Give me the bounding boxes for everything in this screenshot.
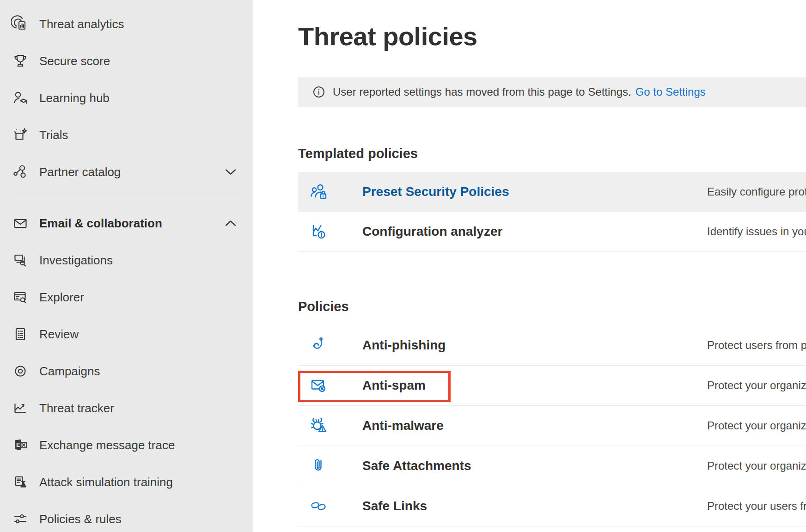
- preset-security-policies-icon: [309, 182, 329, 202]
- row-description: Protect your organiz: [707, 379, 806, 392]
- info-icon: [313, 86, 325, 98]
- attack-simulation-training-icon: [11, 473, 30, 491]
- email-collaboration-icon: [11, 214, 30, 232]
- info-banner: User reported settings has moved from th…: [298, 77, 806, 107]
- page-title: Threat policies: [298, 19, 806, 54]
- sidebar-item-label: Threat analytics: [39, 17, 124, 31]
- sidebar-item-label: Partner catalog: [39, 165, 121, 179]
- sidebar-item-threat-analytics[interactable]: Threat analytics: [0, 6, 253, 43]
- row-label[interactable]: Anti-malware: [362, 418, 444, 433]
- sidebar-item-email-collaboration[interactable]: Email & collaboration: [0, 205, 253, 242]
- threat-analytics-icon: [11, 15, 30, 33]
- sidebar-item-label: Investigations: [39, 253, 113, 268]
- secure-score-icon: [11, 52, 30, 70]
- go-to-settings-link[interactable]: Go to Settings: [635, 86, 706, 98]
- sidebar-item-label: Learning hub: [39, 91, 110, 105]
- sidebar-divider: [9, 199, 239, 199]
- partner-catalog-icon: [11, 163, 30, 181]
- sidebar-item-label: Campaigns: [39, 364, 100, 379]
- row-description: Protect your organiz: [707, 459, 806, 472]
- safe-links-icon: [309, 496, 329, 516]
- learning-hub-icon: [11, 89, 30, 107]
- row-label[interactable]: Safe Links: [362, 499, 427, 514]
- threat-tracker-icon: [11, 399, 30, 417]
- main-content: Threat policies User reported settings h…: [253, 0, 806, 532]
- sidebar-item-campaigns[interactable]: Campaigns: [0, 353, 253, 390]
- sidebar-item-label: Explorer: [39, 290, 84, 305]
- sidebar-item-threat-tracker[interactable]: Threat tracker: [0, 390, 253, 427]
- sidebar: Threat analytics Secure score: [0, 0, 253, 532]
- sidebar-item-partner-catalog[interactable]: Partner catalog: [0, 153, 253, 190]
- row-anti-phishing[interactable]: Anti-phishing Protect users from p: [298, 325, 806, 366]
- explorer-icon: [11, 288, 30, 306]
- sidebar-item-secure-score[interactable]: Secure score: [0, 43, 253, 79]
- sidebar-item-investigations[interactable]: Investigations: [0, 242, 253, 279]
- row-description: Protect your organiz: [707, 419, 806, 432]
- safe-attachments-icon: [309, 456, 329, 476]
- exchange-message-trace-icon: E: [11, 436, 30, 454]
- banner-text: User reported settings has moved from th…: [333, 86, 631, 98]
- sidebar-item-trials[interactable]: Trials: [0, 116, 253, 153]
- sidebar-item-attack-simulation-training[interactable]: Attack simulation training: [0, 464, 253, 501]
- review-icon: [11, 325, 30, 343]
- app-window: Threat analytics Secure score: [0, 0, 806, 532]
- policies-rules-icon: [11, 510, 30, 528]
- sidebar-item-label: Secure score: [39, 54, 110, 68]
- row-configuration-analyzer[interactable]: Configuration analyzer Identify issues i…: [298, 212, 806, 252]
- row-safe-attachments[interactable]: Safe Attachments Protect your organiz: [298, 446, 806, 486]
- row-description: Protect users from p: [707, 339, 806, 352]
- templated-policies-list: Preset Security Policies Easily configur…: [298, 172, 806, 252]
- row-anti-malware[interactable]: Anti-malware Protect your organiz: [298, 406, 806, 446]
- sidebar-item-label: Attack simulation training: [39, 475, 173, 489]
- row-label[interactable]: Anti-spam: [362, 378, 426, 393]
- configuration-analyzer-icon: [309, 221, 329, 242]
- svg-text:E: E: [16, 441, 20, 448]
- sidebar-item-review[interactable]: Review: [0, 316, 253, 353]
- chevron-down-icon[interactable]: [225, 168, 237, 176]
- row-label[interactable]: Anti-phishing: [362, 338, 446, 353]
- anti-phishing-icon: [309, 335, 329, 355]
- row-description: Protect your users fr: [707, 500, 806, 513]
- row-anti-spam[interactable]: Anti-spam Protect your organiz: [298, 366, 806, 406]
- chevron-up-icon[interactable]: [225, 220, 237, 227]
- row-label[interactable]: Safe Attachments: [362, 459, 471, 473]
- sidebar-item-label: Review: [39, 327, 79, 342]
- section-heading-policies: Policies: [298, 299, 806, 314]
- investigations-icon: [11, 251, 30, 269]
- row-safe-links[interactable]: Safe Links Protect your users fr: [298, 486, 806, 526]
- sidebar-item-learning-hub[interactable]: Learning hub: [0, 79, 253, 116]
- row-label[interactable]: Preset Security Policies: [362, 184, 509, 199]
- anti-malware-icon: [309, 416, 329, 436]
- sidebar-item-label: Email & collaboration: [39, 216, 162, 231]
- sidebar-item-label: Threat tracker: [39, 401, 114, 416]
- sidebar-item-label: Policies & rules: [39, 512, 122, 526]
- row-description: Identify issues in you: [707, 225, 806, 238]
- row-preset-security-policies[interactable]: Preset Security Policies Easily configur…: [298, 172, 806, 212]
- row-description: Easily configure prot: [707, 185, 806, 198]
- section-heading-templated-policies: Templated policies: [298, 146, 806, 161]
- anti-spam-icon: [309, 375, 329, 396]
- row-label[interactable]: Configuration analyzer: [362, 224, 502, 239]
- trials-icon: [11, 126, 30, 144]
- sidebar-item-label: Exchange message trace: [39, 438, 175, 453]
- sidebar-item-exchange-message-trace[interactable]: E Exchange message trace: [0, 427, 253, 464]
- sidebar-item-label: Trials: [39, 128, 68, 142]
- campaigns-icon: [11, 362, 30, 380]
- sidebar-item-explorer[interactable]: Explorer: [0, 279, 253, 316]
- sidebar-item-policies-rules[interactable]: Policies & rules: [0, 501, 253, 532]
- policies-list: Anti-phishing Protect users from p Anti-…: [298, 325, 806, 526]
